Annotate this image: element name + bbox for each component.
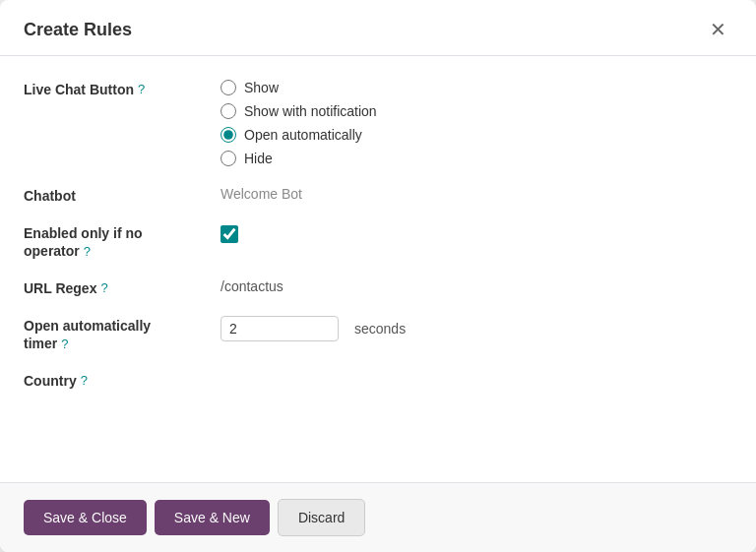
live-chat-button-help-icon[interactable]: ? [138,82,145,96]
chatbot-label: Chatbot [24,186,220,204]
dialog-header: Create Rules ✕ [0,0,756,56]
radio-show[interactable]: Show [220,80,732,95]
live-chat-button-radio-group: Show Show with notification Open automat… [220,80,732,166]
enabled-only-help-icon[interactable]: ? [84,244,91,259]
enabled-only-row: Enabled only if no operator ? [24,223,732,259]
chatbot-value: Welcome Bot [220,184,302,202]
chatbot-field: Welcome Bot [220,186,732,202]
enabled-only-field [220,223,732,243]
dialog-title: Create Rules [24,20,132,40]
live-chat-button-field: Show Show with notification Open automat… [220,80,732,166]
open-auto-timer-field: seconds [220,316,732,341]
radio-hide[interactable]: Hide [220,151,732,166]
open-auto-timer-row: Open automatically timer ? seconds [24,316,732,351]
open-auto-timer-label: Open automatically timer ? [24,316,220,351]
enabled-only-checkbox-wrapper [220,223,732,243]
live-chat-button-row: Live Chat Button ? Show Show with notifi… [24,80,732,166]
url-regex-label: URL Regex ? [24,278,220,296]
dialog-footer: Save & Close Save & New Discard [0,482,756,552]
enabled-only-checkbox[interactable] [220,225,238,243]
country-help-icon[interactable]: ? [81,373,88,388]
radio-open-automatically-input[interactable] [220,127,236,143]
close-button[interactable]: ✕ [704,18,732,41]
radio-show-label: Show [244,80,279,95]
enabled-only-label: Enabled only if no operator ? [24,223,220,259]
save-close-button[interactable]: Save & Close [24,500,147,535]
dialog-body: Live Chat Button ? Show Show with notifi… [0,56,756,482]
create-rules-dialog: Create Rules ✕ Live Chat Button ? Show S… [0,0,756,552]
live-chat-button-label: Live Chat Button ? [24,80,220,97]
radio-hide-input[interactable] [220,151,236,166]
chatbot-row: Chatbot Welcome Bot [24,186,732,204]
save-new-button[interactable]: Save & New [155,500,270,535]
url-regex-row: URL Regex ? /contactus [24,278,732,296]
radio-show-notification-label: Show with notification [244,103,377,119]
country-label: Country ? [24,371,220,389]
url-regex-field: /contactus [220,278,732,294]
radio-show-notification[interactable]: Show with notification [220,103,732,119]
open-auto-timer-help-icon[interactable]: ? [61,337,68,351]
open-auto-timer-unit: seconds [354,321,406,337]
radio-show-notification-input[interactable] [220,103,236,119]
radio-open-automatically-label: Open automatically [244,127,362,143]
country-row: Country ? [24,371,732,389]
open-auto-timer-input[interactable] [220,316,339,341]
radio-show-input[interactable] [220,80,236,95]
radio-hide-label: Hide [244,151,273,166]
radio-open-automatically[interactable]: Open automatically [220,127,732,143]
url-regex-value: /contactus [220,276,284,294]
url-regex-help-icon[interactable]: ? [100,280,107,295]
discard-button[interactable]: Discard [278,499,365,536]
